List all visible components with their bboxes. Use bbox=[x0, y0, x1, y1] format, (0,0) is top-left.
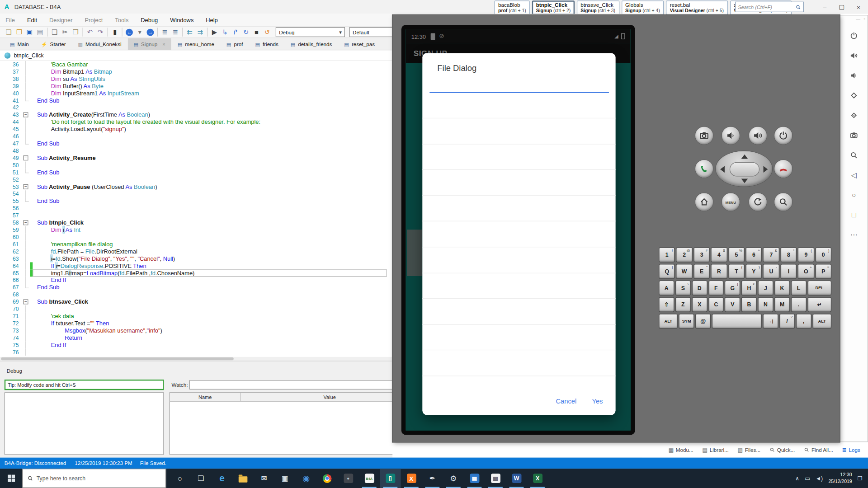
volume-down-button[interactable] bbox=[722, 126, 741, 145]
home-button[interactable] bbox=[695, 192, 714, 211]
emulator-maximize-button[interactable]: ▫ bbox=[863, 17, 865, 22]
key-a[interactable]: A bbox=[659, 281, 674, 296]
key-space[interactable] bbox=[712, 314, 762, 328]
key-4[interactable]: 4$ bbox=[711, 247, 727, 262]
display-tray-icon[interactable]: ▭ bbox=[805, 475, 810, 481]
menu-tools[interactable]: Tools bbox=[115, 17, 128, 23]
power-icon[interactable] bbox=[850, 31, 858, 41]
key-u[interactable]: U- bbox=[763, 264, 779, 279]
fold-collapse-icon[interactable]: − bbox=[23, 113, 28, 117]
edge-icon[interactable]: e bbox=[212, 469, 233, 488]
dpad-center-button[interactable] bbox=[730, 162, 760, 177]
key-s[interactable]: S\ bbox=[675, 281, 691, 296]
key-i[interactable]: I_ bbox=[780, 264, 797, 279]
maximize-button[interactable]: ▢ bbox=[839, 3, 844, 10]
search-button[interactable] bbox=[774, 192, 793, 211]
key-item[interactable]: /? bbox=[779, 314, 795, 328]
ssms-icon[interactable]: ▦ bbox=[464, 469, 485, 488]
key-e[interactable]: E" bbox=[693, 264, 710, 279]
store-icon[interactable]: ▣ bbox=[274, 469, 296, 488]
paste-icon[interactable]: ❒ bbox=[71, 27, 81, 37]
start-button[interactable] bbox=[0, 469, 22, 488]
close-button[interactable]: × bbox=[857, 4, 860, 10]
emulator-minimize-button[interactable]: — bbox=[856, 17, 860, 22]
key-6[interactable]: 6^ bbox=[745, 247, 762, 262]
tab-friends[interactable]: ▤friends bbox=[250, 38, 284, 50]
key-8[interactable]: 8* bbox=[780, 247, 797, 262]
fold-collapse-icon[interactable]: − bbox=[23, 155, 28, 160]
fold-gutter[interactable]: − bbox=[22, 155, 30, 162]
nav-square-icon[interactable]: □ bbox=[852, 210, 856, 220]
key-v[interactable]: V bbox=[725, 297, 740, 312]
tab-details-friends[interactable]: ▤details_friends bbox=[285, 38, 338, 50]
export-icon[interactable]: ▤ bbox=[35, 27, 45, 37]
key-0[interactable]: 0) bbox=[815, 247, 831, 262]
word-icon[interactable]: W bbox=[506, 469, 527, 488]
bookmark-tab-btnpic-click[interactable]: btnpic_ClickSignup (ctrl + 2) bbox=[532, 0, 575, 15]
menu-windows[interactable]: Windows bbox=[170, 17, 193, 23]
key-item[interactable]: @ bbox=[695, 314, 711, 328]
nav-back-icon[interactable]: ◁ bbox=[851, 170, 857, 180]
fold-gutter[interactable]: − bbox=[22, 219, 30, 226]
key-l[interactable]: L bbox=[791, 281, 806, 296]
rotate-right-icon[interactable] bbox=[850, 111, 858, 120]
menu-file[interactable]: File bbox=[5, 17, 15, 23]
key-sym[interactable]: SYM bbox=[679, 314, 694, 328]
call-button[interactable] bbox=[695, 160, 714, 178]
key-r[interactable]: R bbox=[711, 264, 727, 279]
notification-center-icon[interactable]: ❒ bbox=[858, 475, 863, 481]
back-dropdown-icon[interactable]: ▾ bbox=[135, 27, 145, 37]
app-dark-icon[interactable]: ● bbox=[338, 469, 359, 488]
menu-edit[interactable]: Edit bbox=[27, 17, 37, 23]
tab-main[interactable]: ▤Main bbox=[5, 38, 34, 50]
yes-button[interactable]: Yes bbox=[592, 397, 603, 405]
fold-gutter[interactable]: − bbox=[22, 183, 30, 190]
dpad-up-icon[interactable] bbox=[741, 155, 748, 159]
fold-collapse-icon[interactable]: − bbox=[23, 184, 28, 189]
comment-icon[interactable]: ⇇ bbox=[184, 27, 195, 37]
save-icon[interactable]: ▣ bbox=[24, 27, 35, 37]
dock-tab-librari[interactable]: ▤Librari... bbox=[702, 447, 729, 453]
tab-starter[interactable]: ⚡Starter bbox=[36, 38, 71, 50]
key-h[interactable]: H< bbox=[741, 281, 757, 296]
key-b[interactable]: B bbox=[741, 297, 757, 312]
tab-signup[interactable]: ▤Signup× bbox=[128, 38, 171, 50]
key-d[interactable]: D bbox=[692, 281, 707, 296]
key-9[interactable]: 9( bbox=[798, 247, 814, 262]
key-f[interactable]: F bbox=[708, 281, 724, 296]
back-button[interactable] bbox=[749, 192, 768, 211]
key-item[interactable]: →| bbox=[763, 314, 778, 328]
debug-output-list[interactable] bbox=[5, 392, 164, 455]
bookmark-tab-bacablob[interactable]: bacaBlobprof (ctrl + 1) bbox=[494, 0, 530, 15]
xampp-icon[interactable]: X bbox=[401, 469, 422, 488]
file-explorer-icon[interactable] bbox=[232, 469, 254, 488]
cut-icon[interactable]: ✂ bbox=[60, 27, 70, 37]
scrollbar-thumb[interactable] bbox=[1, 357, 233, 360]
nav-circle-icon[interactable]: ○ bbox=[852, 190, 856, 200]
menu-help[interactable]: Help bbox=[206, 17, 217, 23]
excel-icon[interactable]: X bbox=[527, 469, 548, 488]
key-2[interactable]: 2@ bbox=[676, 247, 693, 262]
cancel-button[interactable]: Cancel bbox=[556, 397, 576, 405]
dpad-down-icon[interactable] bbox=[741, 179, 748, 183]
dock-tab-find-all[interactable]: Find All... bbox=[804, 447, 833, 453]
mail-icon[interactable]: ✉ bbox=[254, 469, 275, 488]
camera-icon[interactable] bbox=[850, 131, 858, 140]
volume-tray-icon[interactable]: ◄) bbox=[816, 475, 823, 481]
key-k[interactable]: K bbox=[774, 281, 790, 296]
new-file-icon[interactable]: ❏ bbox=[3, 27, 14, 37]
dock-tab-quick[interactable]: Quick... bbox=[769, 447, 795, 453]
redo-icon[interactable]: ↷ bbox=[95, 27, 106, 37]
camera-button[interactable] bbox=[695, 126, 714, 145]
hidden-icons-chevron[interactable]: ∧ bbox=[795, 475, 799, 481]
idm-icon[interactable]: ◉ bbox=[296, 469, 317, 488]
key-alt[interactable]: ALT bbox=[659, 314, 678, 328]
dock-tab-logs[interactable]: ≣Logs bbox=[842, 447, 860, 453]
dock-tab-modu[interactable]: ▦Modu... bbox=[668, 447, 693, 453]
copy-icon[interactable]: ❑ bbox=[49, 27, 60, 37]
key-o[interactable]: O+ bbox=[798, 264, 814, 279]
end-call-button[interactable] bbox=[774, 160, 793, 178]
fold-gutter[interactable]: − bbox=[22, 298, 30, 305]
taskbar-clock[interactable]: 12:30 25/12/2019 bbox=[828, 472, 852, 484]
build-config-select[interactable]: Debug▼ bbox=[276, 27, 345, 37]
